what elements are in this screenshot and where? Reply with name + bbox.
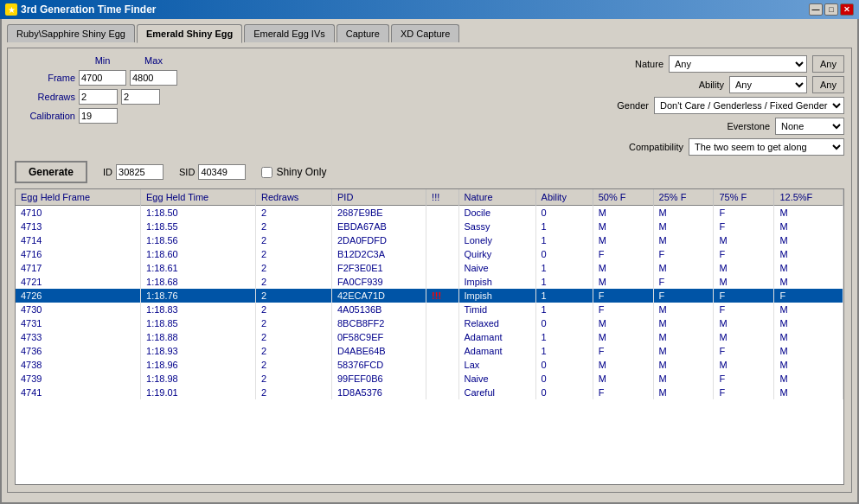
shiny-section: Shiny Only: [261, 166, 326, 178]
everstone-row: Everstone None: [542, 118, 844, 135]
right-controls: Nature Any Any Ability Any Any Gender: [542, 55, 844, 156]
col-header-redraws: Redraws: [255, 189, 331, 206]
frame-max-input[interactable]: [130, 70, 177, 86]
redraws-row: Redraws: [15, 89, 177, 105]
ability-label: Ability: [655, 80, 724, 90]
left-controls: Min Max Frame Redraws Calibration: [15, 55, 177, 156]
table-row[interactable]: 47311:18.8528BCB8FF2Relaxed0MMMM: [16, 316, 843, 330]
frame-min-input[interactable]: [79, 70, 126, 86]
bottom-row: Generate ID SID Shiny Only: [15, 161, 844, 183]
gender-row: Gender Don't Care / Genderless / Fixed G…: [542, 97, 844, 114]
table-row[interactable]: 47381:18.96258376FCDLax0MMMM: [16, 358, 843, 372]
col-header-f50: 50% F: [593, 189, 653, 206]
nature-label: Nature: [594, 59, 663, 69]
max-label: Max: [130, 55, 177, 66]
table-row[interactable]: 47361:18.932D4ABE64BAdamant1FMFM: [16, 344, 843, 358]
table-header-row: Egg Held Frame Egg Held Time Redraws PID…: [16, 189, 843, 206]
shiny-only-checkbox[interactable]: [261, 167, 272, 178]
gender-select[interactable]: Don't Care / Genderless / Fixed Gender M…: [654, 97, 844, 114]
table-row[interactable]: 47301:18.8324A05136BTimid1FMFM: [16, 303, 843, 316]
col-header-exclaim: !!!: [426, 189, 458, 206]
table-row[interactable]: 47261:18.76242ECA71D!!!Impish1FFFF: [16, 289, 843, 303]
main-panel: Min Max Frame Redraws Calibration: [7, 48, 852, 493]
title-bar: ★ 3rd Generation Time Finder — □ ✕: [0, 0, 859, 19]
table-row[interactable]: 47211:18.682FA0CF939Impish1MFMM: [16, 275, 843, 289]
id-input[interactable]: [116, 164, 163, 180]
nature-row: Nature Any Any: [542, 55, 844, 73]
results-table-container[interactable]: Egg Held Frame Egg Held Time Redraws PID…: [15, 188, 844, 485]
col-header-pid: PID: [332, 189, 426, 206]
table-row[interactable]: 47101:18.5022687E9BEDocile0MMFM: [16, 206, 843, 220]
col-header-time: Egg Held Time: [141, 189, 256, 206]
redraws-min-input[interactable]: [79, 89, 118, 105]
gender-label: Gender: [580, 100, 649, 111]
tab-xd-capture[interactable]: XD Capture: [391, 24, 459, 42]
table-row[interactable]: 47161:18.602B12D2C3AQuirky0FFFM: [16, 247, 843, 261]
redraws-max-input[interactable]: [121, 89, 160, 105]
tab-emerald-iv[interactable]: Emerald Egg IVs: [244, 24, 335, 42]
minimize-button[interactable]: —: [809, 3, 823, 16]
calibration-label: Calibration: [15, 111, 75, 121]
col-header-f75: 75% F: [714, 189, 774, 206]
generate-button[interactable]: Generate: [15, 161, 87, 183]
maximize-button[interactable]: □: [824, 3, 838, 16]
col-header-f125: 12.5%F: [774, 189, 843, 206]
tab-emerald-shiny[interactable]: Emerald Shiny Egg: [137, 24, 242, 43]
sid-input[interactable]: [198, 164, 246, 180]
compatibility-row: Compatibility The two seem to get along …: [542, 138, 844, 156]
redraws-label: Redraws: [15, 92, 75, 102]
window-title: 3rd Generation Time Finder: [21, 3, 156, 16]
col-header-frame: Egg Held Frame: [16, 189, 141, 206]
close-button[interactable]: ✕: [840, 3, 854, 16]
nature-any-button[interactable]: Any: [812, 55, 844, 73]
table-body: 47101:18.5022687E9BEDocile0MMFM47131:18.…: [16, 206, 843, 400]
col-header-ability: Ability: [535, 189, 593, 206]
everstone-select[interactable]: None: [775, 118, 844, 135]
col-header-nature: Nature: [458, 189, 535, 206]
table-row[interactable]: 47141:18.5622DA0FDFDLonely1MMMM: [16, 233, 843, 247]
id-section: ID: [103, 164, 163, 180]
min-label: Min: [79, 55, 126, 66]
app-icon: ★: [5, 3, 17, 16]
nature-select[interactable]: Any: [669, 55, 807, 73]
calibration-row: Calibration: [15, 108, 177, 124]
window-body: Ruby\Sapphire Shiny Egg Emerald Shiny Eg…: [0, 19, 859, 504]
table-row[interactable]: 47131:18.552EBDA67ABSassy1MMFM: [16, 220, 843, 233]
table-row[interactable]: 47411:19.0121D8A5376Careful0FMFM: [16, 386, 843, 399]
shiny-only-label: Shiny Only: [276, 166, 326, 178]
table-row[interactable]: 47391:18.98299FEF0B6Naive0MMFM: [16, 372, 843, 386]
results-table: Egg Held Frame Egg Held Time Redraws PID…: [16, 189, 843, 399]
tab-capture[interactable]: Capture: [337, 24, 389, 42]
frame-label: Frame: [15, 73, 75, 83]
sid-section: SID: [179, 164, 246, 180]
sid-label: SID: [179, 167, 195, 177]
tab-bar: Ruby\Sapphire Shiny Egg Emerald Shiny Eg…: [7, 24, 852, 42]
window-controls: — □ ✕: [809, 3, 854, 16]
ability-row: Ability Any Any: [542, 76, 844, 93]
calibration-input[interactable]: [79, 108, 118, 124]
col-labels: Min Max: [79, 55, 177, 66]
id-label: ID: [103, 167, 112, 177]
frame-row: Frame: [15, 70, 177, 86]
table-row[interactable]: 47331:18.8820F58C9EFAdamant1MMMM: [16, 330, 843, 344]
col-header-f25: 25% F: [653, 189, 714, 206]
table-row[interactable]: 47171:18.612F2F3E0E1Naive1MMMM: [16, 261, 843, 275]
top-section: Min Max Frame Redraws Calibration: [15, 55, 844, 156]
tab-ruby-sapphire[interactable]: Ruby\Sapphire Shiny Egg: [7, 24, 135, 42]
ability-any-button[interactable]: Any: [812, 76, 844, 93]
everstone-label: Everstone: [701, 121, 770, 131]
compatibility-label: Compatibility: [614, 142, 683, 152]
compatibility-select[interactable]: The two seem to get along The two don't …: [689, 138, 844, 156]
ability-select[interactable]: Any: [729, 76, 807, 93]
